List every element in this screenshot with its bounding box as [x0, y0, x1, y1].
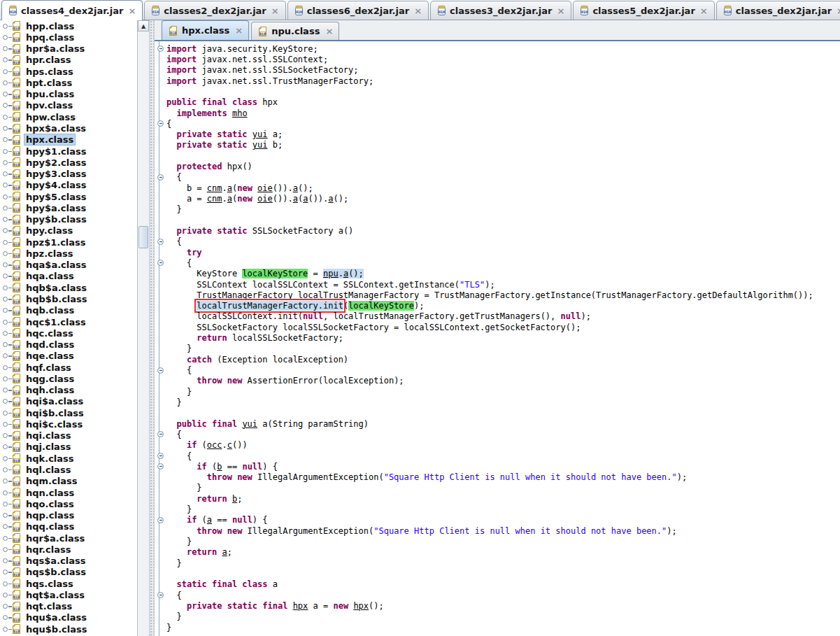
- tree-item-hpr-a-class[interactable]: 010 hpr$a.class: [0, 43, 137, 55]
- tree-expand-handle[interactable]: [3, 502, 11, 507]
- tree-item-hpy-a-class[interactable]: 010 hpy$a.class: [0, 202, 137, 213]
- close-tab-icon[interactable]: ×: [837, 6, 840, 15]
- tree-item-hqc-1-class[interactable]: 010 hqc$1.class: [0, 316, 137, 327]
- code-link[interactable]: yui: [252, 140, 268, 150]
- code-link[interactable]: a: [227, 194, 232, 204]
- tree-expand-handle[interactable]: [3, 274, 11, 278]
- tree-expand-handle[interactable]: [3, 433, 11, 438]
- tree-item-hqp-class[interactable]: 010 hqp.class: [0, 509, 137, 521]
- jar-tab-classes5_dex2jar-jar[interactable]: 010 classes5_dex2jar.jar×: [573, 1, 714, 20]
- tree-item-hpr-class[interactable]: 010 hpr.class: [0, 55, 137, 66]
- tree-expand-handle[interactable]: [3, 297, 11, 302]
- tree-item-hqs-a-class[interactable]: 010 hqs$a.class: [0, 555, 137, 566]
- tree-item-hqr-a-class[interactable]: 010 hqr$a.class: [0, 532, 137, 544]
- code-link[interactable]: a: [227, 183, 232, 193]
- code-link[interactable]: a: [293, 183, 298, 193]
- fold-collapse-icon[interactable]: [157, 45, 164, 52]
- close-tab-icon[interactable]: ×: [700, 6, 708, 15]
- tree-item-hqu-b-class[interactable]: 010 hqu$b.class: [0, 623, 137, 635]
- tree-expand-handle[interactable]: [3, 570, 11, 574]
- code-link[interactable]: yui: [252, 129, 268, 139]
- code-link[interactable]: a: [222, 547, 227, 557]
- tree-expand-handle[interactable]: [3, 35, 11, 40]
- tree-expand-handle[interactable]: [3, 411, 11, 416]
- tree-item-hqm-class[interactable]: 010 hqm.class: [0, 476, 137, 487]
- tree-item-hpy-4-class[interactable]: 010 hpy$4.class: [0, 180, 137, 191]
- jar-tab-classes_dex2jar-jar[interactable]: 010 classes_dex2jar.jar×: [716, 1, 840, 20]
- close-tab-icon[interactable]: ×: [414, 6, 422, 15]
- tree-item-hpy-class[interactable]: 010 hpy.class: [0, 225, 137, 236]
- tree-expand-handle[interactable]: [3, 251, 11, 256]
- tree-expand-handle[interactable]: [3, 171, 11, 176]
- code-link[interactable]: occ: [207, 440, 222, 450]
- tree-expand-handle[interactable]: [3, 388, 11, 393]
- tree-item-hqe-class[interactable]: 010 hqe.class: [0, 351, 137, 362]
- tree-item-hpy-2-class[interactable]: 010 hpy$2.class: [0, 157, 137, 168]
- code-link[interactable]: yui: [242, 419, 257, 429]
- tree-item-hqi-c-class[interactable]: 010 hqi$c.class: [0, 418, 137, 430]
- tree-item-hpp-class[interactable]: 010 hpp.class: [0, 20, 137, 31]
- tree-item-hpw-class[interactable]: 010 hpw.class: [0, 111, 137, 122]
- tree-item-hqa-class[interactable]: 010 hqa.class: [0, 271, 137, 282]
- tree-expand-handle[interactable]: [3, 217, 11, 222]
- close-tab-icon[interactable]: ×: [235, 26, 243, 35]
- tree-item-hpy-b-class[interactable]: 010 hpy$b.class: [0, 214, 137, 225]
- tree-expand-handle[interactable]: [3, 627, 11, 632]
- tree-expand-handle[interactable]: [3, 24, 11, 29]
- tree-expand-handle[interactable]: [3, 183, 11, 188]
- code-link[interactable]: cnm: [207, 183, 222, 193]
- fold-collapse-icon[interactable]: [157, 517, 164, 523]
- code-link[interactable]: cnm: [207, 194, 222, 204]
- tree-expand-handle[interactable]: [3, 615, 11, 620]
- tree-expand-handle[interactable]: [3, 456, 11, 461]
- code-link[interactable]: c: [227, 440, 232, 450]
- fold-collapse-icon[interactable]: [157, 431, 164, 437]
- tree-expand-handle[interactable]: [3, 422, 11, 427]
- tree-item-hpx-class[interactable]: 010 hpx.class: [0, 134, 137, 146]
- fold-collapse-icon[interactable]: [157, 367, 164, 374]
- tree-item-hqi-a-class[interactable]: 010 hqi$a.class: [0, 396, 137, 407]
- tree-expand-handle[interactable]: [3, 581, 11, 586]
- jar-tab-classes2_dex2jar-jar[interactable]: 010 classes2_dex2jar.jar×: [144, 1, 285, 20]
- fold-collapse-icon[interactable]: [157, 592, 164, 598]
- code-link[interactable]: mho: [232, 108, 248, 118]
- tree-item-hqr-class[interactable]: 010 hqr.class: [0, 544, 137, 555]
- tree-expand-handle[interactable]: [3, 320, 11, 325]
- tree-expand-handle[interactable]: [3, 206, 11, 211]
- tree-item-hpz-class[interactable]: 010 hpz.class: [0, 248, 137, 259]
- tree-expand-handle[interactable]: [3, 92, 11, 97]
- tree-item-hqi-class[interactable]: 010 hqi.class: [0, 430, 137, 441]
- tree-item-hql-class[interactable]: 010 hql.class: [0, 464, 137, 475]
- tree-expand-handle[interactable]: [3, 115, 11, 120]
- tree-expand-handle[interactable]: [3, 331, 11, 336]
- tree-expand-handle[interactable]: [3, 195, 11, 199]
- jar-tab-classes6_dex2jar-jar[interactable]: 010 classes6_dex2jar.jar×: [287, 1, 429, 20]
- tree-item-hpt-class[interactable]: 010 hpt.class: [0, 77, 137, 88]
- tree-item-hqs-class[interactable]: 010 hqs.class: [0, 578, 137, 589]
- tree-item-hps-class[interactable]: 010 hps.class: [0, 66, 137, 77]
- fold-collapse-icon[interactable]: [157, 453, 164, 459]
- tree-expand-handle[interactable]: [3, 342, 11, 347]
- tree-item-hpq-class[interactable]: 010 hpq.class: [0, 31, 137, 43]
- fold-collapse-icon[interactable]: [157, 174, 164, 181]
- code-link[interactable]: hpx: [293, 601, 308, 611]
- close-tab-icon[interactable]: ×: [271, 6, 279, 15]
- tree-item-hqt-class[interactable]: 010 hqt.class: [0, 601, 137, 612]
- tree-expand-handle[interactable]: [3, 69, 11, 74]
- tree-expand-handle[interactable]: [3, 513, 11, 518]
- tree-item-hqi-b-class[interactable]: 010 hqi$b.class: [0, 407, 137, 418]
- fold-collapse-icon[interactable]: [157, 260, 164, 266]
- editor-tab-npu-class[interactable]: 010 npu.class×: [251, 22, 339, 40]
- tree-expand-handle[interactable]: [3, 46, 11, 51]
- scrollbar-thumb[interactable]: [138, 226, 148, 248]
- tree-expand-handle[interactable]: [3, 308, 11, 313]
- tree-item-hqg-class[interactable]: 010 hqg.class: [0, 373, 137, 384]
- tree-item-hpy-5-class[interactable]: 010 hpy$5.class: [0, 191, 137, 202]
- tree-expand-handle[interactable]: [3, 228, 11, 233]
- tree-expand-handle[interactable]: [3, 399, 11, 404]
- tree-item-hqn-class[interactable]: 010 hqn.class: [0, 487, 137, 498]
- tree-expand-handle[interactable]: [3, 547, 11, 552]
- tree-item-hqc-class[interactable]: 010 hqc.class: [0, 327, 137, 339]
- tree-item-hqb-b-class[interactable]: 010 hqb$b.class: [0, 293, 137, 304]
- tree-expand-handle[interactable]: [3, 126, 11, 131]
